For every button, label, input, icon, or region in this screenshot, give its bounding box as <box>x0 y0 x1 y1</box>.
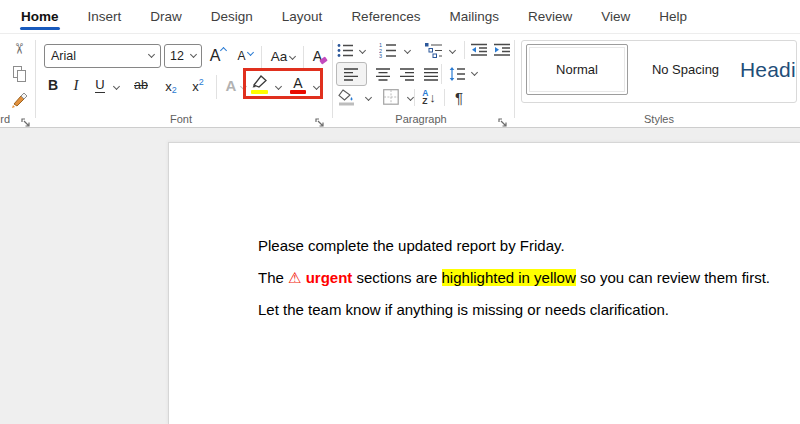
align-center-button[interactable] <box>371 62 395 86</box>
scissors-icon: ✂ <box>10 43 28 56</box>
tab-help[interactable]: Help <box>658 1 688 32</box>
bold-button[interactable]: B <box>44 73 62 97</box>
font-size-combobox[interactable]: 12 <box>164 44 202 68</box>
tab-references[interactable]: References <box>350 1 421 32</box>
italic-label: I <box>74 77 79 94</box>
justify-button[interactable] <box>419 62 443 86</box>
word-window: Home Insert Draw Design Layout Reference… <box>0 0 800 424</box>
tab-layout[interactable]: Layout <box>281 1 324 32</box>
document-canvas: Please complete the updated report by Fr… <box>0 128 800 424</box>
increase-indent-button[interactable] <box>492 41 512 59</box>
paragraph-dialog-launcher[interactable] <box>498 114 508 124</box>
styles-group-label: Styles <box>521 113 797 125</box>
bullets-button[interactable] <box>336 41 355 59</box>
decrease-font-size-button[interactable]: A <box>233 44 257 68</box>
p2-highlighted-text: highlighted in yellow <box>442 269 576 286</box>
shading-icon <box>338 89 356 106</box>
line-spacing-dropdown[interactable] <box>467 65 478 79</box>
style-heading[interactable]: Heading <box>740 44 797 95</box>
subscript-mark: 2 <box>172 85 177 95</box>
subscript-button[interactable]: x2 <box>161 74 181 98</box>
tab-home[interactable]: Home <box>20 1 60 32</box>
numbering-dropdown[interactable] <box>400 43 411 57</box>
tab-review[interactable]: Review <box>527 1 573 32</box>
strikethrough-button[interactable]: ab <box>129 73 153 97</box>
paragraph-1[interactable]: Please complete the updated report by Fr… <box>258 236 770 255</box>
font-color-dropdown[interactable] <box>310 76 320 96</box>
font-dialog-launcher[interactable] <box>315 114 325 124</box>
divider <box>261 46 262 70</box>
clear-formatting-button[interactable]: A <box>307 43 333 69</box>
chevron-down-icon <box>313 82 320 89</box>
highlight-color-swatch <box>251 90 268 94</box>
group-divider <box>514 40 515 118</box>
justify-icon <box>424 68 439 81</box>
tab-view[interactable]: View <box>600 1 631 32</box>
shading-dropdown[interactable] <box>361 90 372 104</box>
chevron-down-icon <box>289 52 296 59</box>
increase-indent-icon <box>494 43 511 57</box>
multilevel-list-button[interactable] <box>424 41 444 59</box>
italic-button[interactable]: I <box>69 73 83 97</box>
sort-z: Z <box>422 97 428 105</box>
tab-draw[interactable]: Draw <box>149 1 183 32</box>
bullets-dropdown[interactable] <box>355 43 366 57</box>
chevron-down-icon <box>364 93 371 100</box>
format-painter-icon <box>10 92 28 108</box>
caret-up-icon <box>220 46 227 53</box>
style-normal[interactable]: Normal <box>526 44 628 95</box>
copy-button[interactable] <box>9 63 31 85</box>
divider <box>464 41 465 59</box>
group-divider <box>332 40 333 118</box>
align-right-button[interactable] <box>395 62 419 86</box>
ribbon-home: ✂ rd Arial 12 <box>0 34 800 128</box>
sort-icon: A Z <box>422 89 428 105</box>
document-text: Please complete the updated report by Fr… <box>258 236 770 332</box>
cut-button[interactable]: ✂ <box>8 39 30 59</box>
change-case-label: Aa <box>271 49 288 64</box>
svg-text:3: 3 <box>379 53 382 58</box>
bold-label: B <box>48 77 58 93</box>
paragraph-3[interactable]: Let the team know if anything is missing… <box>258 300 770 319</box>
format-painter-button[interactable] <box>7 89 31 111</box>
numbering-button[interactable]: 123 <box>378 41 398 59</box>
divider <box>216 75 217 99</box>
increase-font-size-button[interactable]: A <box>206 43 230 69</box>
document-page[interactable]: Please complete the updated report by Fr… <box>168 142 800 424</box>
decrease-indent-button[interactable] <box>469 41 489 59</box>
show-hide-pilcrow-button[interactable]: ¶ <box>450 86 468 108</box>
clipboard-dialog-launcher[interactable] <box>21 114 31 124</box>
align-left-button[interactable] <box>336 62 367 86</box>
chevron-down-icon <box>470 68 477 75</box>
chevron-down-icon <box>403 46 410 53</box>
line-spacing-button[interactable] <box>445 62 469 86</box>
font-group-label: Font <box>36 113 326 125</box>
tab-insert[interactable]: Insert <box>87 1 123 32</box>
numbering-icon: 123 <box>379 42 397 58</box>
highlighter-icon <box>251 74 269 94</box>
underline-dropdown[interactable] <box>109 76 121 96</box>
text-highlight-color-button[interactable] <box>249 71 271 97</box>
tab-design[interactable]: Design <box>210 1 254 32</box>
group-divider <box>35 40 36 118</box>
underline-label: U <box>95 77 104 93</box>
style-no-spacing[interactable]: No Spacing <box>634 44 737 95</box>
superscript-button[interactable]: x2 <box>188 74 208 98</box>
underline-button[interactable]: U <box>91 73 109 97</box>
font-name-combobox[interactable]: Arial <box>44 44 161 68</box>
font-color-button[interactable]: A <box>288 71 308 97</box>
tab-mailings[interactable]: Mailings <box>448 1 500 32</box>
borders-button[interactable] <box>381 87 401 107</box>
multilevel-dropdown[interactable] <box>445 43 456 57</box>
chevron-down-icon <box>190 51 197 58</box>
change-case-button[interactable]: Aa <box>266 44 300 68</box>
sort-button[interactable]: A Z ↓ <box>418 86 440 108</box>
shading-button[interactable] <box>336 87 358 107</box>
divider <box>444 89 445 106</box>
borders-dropdown[interactable] <box>403 90 414 104</box>
chevron-down-icon <box>148 51 155 58</box>
text-highlight-dropdown[interactable] <box>272 76 282 96</box>
align-left-icon <box>344 68 359 81</box>
paragraph-2[interactable]: The ⚠ urgent sections are highlighted in… <box>258 268 770 287</box>
styles-gallery: Normal No Spacing Heading <box>521 40 797 103</box>
